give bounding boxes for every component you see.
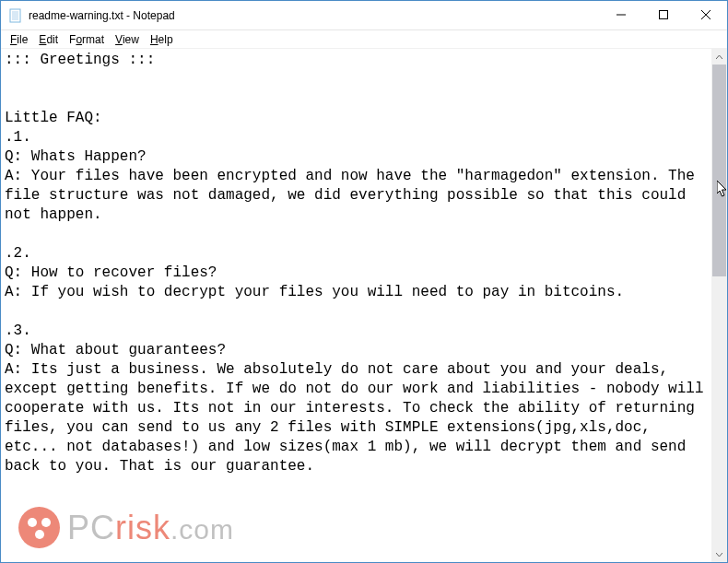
scroll-up-arrow[interactable] (711, 49, 727, 65)
window-controls (600, 1, 727, 29)
close-button[interactable] (685, 1, 727, 29)
chevron-up-icon (716, 55, 722, 59)
scroll-down-arrow[interactable] (711, 546, 727, 562)
notepad-icon (8, 8, 23, 23)
minimize-icon (616, 10, 626, 19)
svg-rect-7 (660, 11, 668, 19)
window-title: readme-warning.txt - Notepad (29, 9, 600, 22)
titlebar[interactable]: readme-warning.txt - Notepad (1, 1, 727, 30)
text-editor[interactable]: ::: Greetings ::: Little FAQ: .1. Q: Wha… (1, 49, 711, 562)
close-icon (701, 10, 710, 19)
content-area: ::: Greetings ::: Little FAQ: .1. Q: Wha… (1, 49, 727, 562)
notepad-window: readme-warning.txt - Notepad File E (0, 0, 728, 563)
scroll-track[interactable] (711, 65, 727, 546)
menu-help[interactable]: Help (145, 32, 179, 47)
menu-format[interactable]: Format (64, 32, 110, 47)
menu-view[interactable]: View (110, 32, 145, 47)
vertical-scrollbar[interactable] (711, 49, 727, 562)
chevron-down-icon (716, 553, 722, 557)
menu-edit[interactable]: Edit (33, 32, 64, 47)
maximize-button[interactable] (642, 1, 685, 29)
menubar: File Edit Format View Help (1, 30, 727, 49)
scroll-thumb[interactable] (712, 65, 726, 276)
maximize-icon (659, 10, 668, 19)
minimize-button[interactable] (600, 1, 642, 29)
menu-file[interactable]: File (5, 32, 33, 47)
